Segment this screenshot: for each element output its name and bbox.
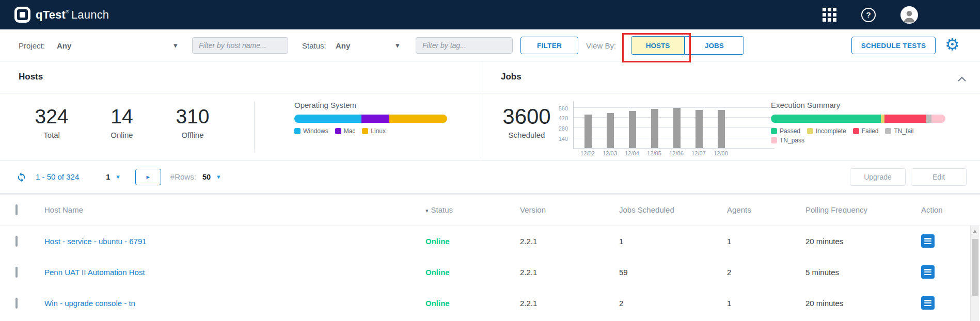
table-row: Host - service - ubuntu - 6791 Online 2.… bbox=[0, 226, 980, 256]
jobs-bar-chart bbox=[573, 101, 774, 149]
execution-legend: PassedIncompleteFailedTN_failTN_pass bbox=[771, 126, 913, 145]
legend-item-tn_fail: TN_fail bbox=[885, 127, 913, 135]
column-polling-frequency[interactable]: Polling Frequency bbox=[805, 205, 921, 214]
page-number-select[interactable]: 1 bbox=[106, 173, 110, 181]
page-caret-icon[interactable]: ▾ bbox=[116, 173, 120, 181]
polling-frequency-cell: 5 minutes bbox=[805, 268, 921, 277]
jobs-scheduled-cell: 1 bbox=[619, 237, 727, 246]
legend-item-windows: Windows bbox=[294, 127, 328, 135]
scrollbar-thumb[interactable] bbox=[972, 239, 978, 296]
version-cell: 2.2.1 bbox=[520, 237, 619, 246]
jobs-scheduled-cell: 59 bbox=[619, 268, 727, 277]
legend-item-mac: Mac bbox=[335, 127, 356, 135]
stat-offline-value: 310 bbox=[159, 105, 226, 129]
collapse-chevron-icon[interactable] bbox=[957, 75, 967, 84]
stat-online-label: Online bbox=[88, 131, 155, 139]
stat-online-value: 14 bbox=[88, 105, 155, 129]
refresh-icon[interactable] bbox=[15, 171, 27, 183]
execution-stacked-bar bbox=[771, 115, 945, 123]
segment-tn_fail bbox=[926, 115, 931, 123]
project-caret-icon[interactable]: ▾ bbox=[173, 29, 178, 61]
pagination-bar: 1 - 50 of 324 1 ▾ ▸ #Rows: 50 ▾ Upgrade … bbox=[0, 160, 980, 193]
jobs-bar-12/03 bbox=[607, 113, 614, 148]
table-header: Host Name ▾Status Version Jobs Scheduled… bbox=[0, 193, 980, 226]
agents-cell: 1 bbox=[727, 237, 805, 246]
next-page-button[interactable]: ▸ bbox=[135, 169, 161, 185]
table-row: Penn UAT II Automation Host Online 2.2.1… bbox=[0, 256, 980, 287]
row-actions-menu-button[interactable] bbox=[921, 296, 935, 310]
rows-caret-icon[interactable]: ▾ bbox=[217, 173, 220, 181]
host-name-filter-input[interactable] bbox=[192, 37, 288, 54]
row-checkbox[interactable] bbox=[15, 267, 18, 278]
legend-swatch-icon bbox=[771, 128, 777, 134]
segment-linux bbox=[389, 115, 447, 123]
settings-gear-icon[interactable]: ⚙ bbox=[945, 35, 960, 54]
stat-total-label: Total bbox=[18, 131, 85, 139]
user-avatar[interactable] bbox=[900, 6, 918, 24]
panel-divider bbox=[482, 61, 482, 160]
jobs-bar-12/07 bbox=[696, 110, 703, 148]
help-icon[interactable]: ? bbox=[861, 8, 876, 22]
row-actions-menu-button[interactable] bbox=[921, 265, 935, 279]
qtest-logo-inner bbox=[20, 12, 25, 18]
stat-total: 324 Total bbox=[18, 105, 85, 139]
select-all-checkbox[interactable] bbox=[15, 204, 18, 215]
jobs-bar-12/08 bbox=[718, 110, 725, 148]
apps-grid-icon[interactable] bbox=[823, 8, 836, 22]
column-host-name[interactable]: Host Name bbox=[44, 205, 425, 214]
edit-button[interactable]: Edit bbox=[911, 168, 967, 186]
polling-frequency-cell: 20 minutes bbox=[805, 237, 921, 246]
row-checkbox[interactable] bbox=[15, 236, 18, 247]
legend-item-passed: Passed bbox=[771, 127, 800, 135]
host-name-link[interactable]: Win - upgrade console - tn bbox=[44, 299, 135, 308]
os-stacked-bar bbox=[294, 115, 447, 123]
stat-online: 14 Online bbox=[88, 105, 155, 139]
jobs-x-label: 12/02 bbox=[577, 150, 598, 156]
rows-per-page-select[interactable]: 50 bbox=[202, 173, 211, 181]
row-actions-menu-button[interactable] bbox=[921, 234, 935, 248]
rows-label: #Rows: bbox=[170, 172, 196, 181]
legend-swatch-icon bbox=[335, 128, 341, 134]
column-agents[interactable]: Agents bbox=[727, 205, 805, 214]
table-scrollbar[interactable] bbox=[970, 226, 979, 321]
jobs-bar-12/05 bbox=[651, 109, 658, 148]
status-badge: Online bbox=[425, 237, 450, 246]
jobs-chart-x-labels: 12/0212/0312/0412/0512/0612/0712/08 bbox=[573, 150, 774, 157]
brand: qTest®Launch bbox=[14, 7, 109, 23]
app-title: qTest®Launch bbox=[36, 8, 109, 22]
legend-swatch-icon bbox=[853, 128, 859, 134]
qtest-launch-app: qTest®Launch ? Project: Any ▾ Status: An… bbox=[0, 0, 980, 321]
legend-item-failed: Failed bbox=[853, 127, 879, 135]
view-by-jobs-button[interactable]: JOBS bbox=[685, 36, 744, 55]
stat-total-value: 324 bbox=[18, 105, 85, 129]
status-badge: Online bbox=[425, 299, 450, 308]
os-legend: WindowsMacLinux bbox=[294, 126, 386, 136]
stat-offline: 310 Offline bbox=[159, 105, 226, 139]
top-navbar: qTest®Launch ? bbox=[0, 0, 980, 29]
jobs-x-label: 12/03 bbox=[599, 150, 620, 156]
status-caret-icon[interactable]: ▾ bbox=[396, 29, 400, 61]
column-status[interactable]: ▾Status bbox=[425, 205, 520, 214]
hamburger-menu-icon bbox=[924, 238, 931, 244]
polling-frequency-cell: 20 minutes bbox=[805, 299, 921, 308]
schedule-tests-button[interactable]: SCHEDULE TESTS bbox=[851, 37, 936, 54]
project-select-value[interactable]: Any bbox=[57, 29, 71, 61]
legend-swatch-icon bbox=[807, 128, 813, 134]
tag-filter-input[interactable] bbox=[416, 37, 513, 54]
host-name-link[interactable]: Penn UAT II Automation Host bbox=[44, 268, 145, 277]
upgrade-button[interactable]: Upgrade bbox=[850, 168, 906, 186]
row-checkbox[interactable] bbox=[15, 298, 18, 309]
segment-failed bbox=[884, 115, 926, 123]
column-version[interactable]: Version bbox=[520, 205, 619, 214]
brand-launch: Launch bbox=[71, 8, 109, 21]
jobs-x-label: 12/05 bbox=[644, 150, 665, 156]
pagination-range[interactable]: 1 - 50 of 324 bbox=[36, 172, 79, 181]
agents-cell: 2 bbox=[727, 268, 805, 277]
host-name-link[interactable]: Host - service - ubuntu - 6791 bbox=[44, 237, 147, 246]
filter-button[interactable]: FILTER bbox=[520, 37, 578, 54]
status-select-value[interactable]: Any bbox=[336, 29, 350, 61]
scrollbar-up-arrow-icon[interactable] bbox=[973, 230, 977, 233]
view-by-hosts-button[interactable]: HOSTS bbox=[631, 36, 685, 55]
summary-stats: 324 Total 14 Online 310 Offline Operatin… bbox=[0, 93, 980, 160]
column-jobs-scheduled[interactable]: Jobs Scheduled bbox=[619, 205, 727, 214]
